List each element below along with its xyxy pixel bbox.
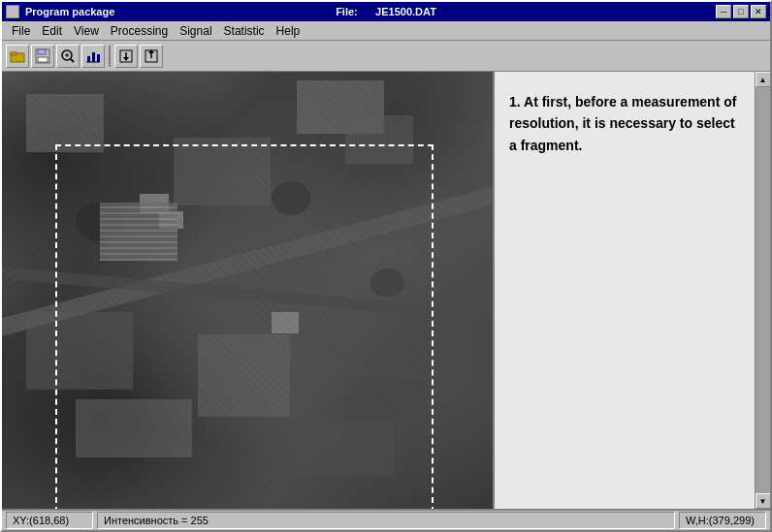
menu-help[interactable]: Help [271,22,306,40]
status-xy: XY:(618,68) [6,512,93,529]
scroll-down-button[interactable]: ▼ [756,493,771,509]
instruction-panel: 1. At first, before a measurement of res… [493,72,755,509]
title-bar-center: File: JE1500.DAT [336,6,436,17]
toolbar [2,41,770,72]
menu-edit[interactable]: Edit [36,22,68,40]
toolbar-import-button[interactable] [114,45,138,68]
title-bar: Program package File: JE1500.DAT ─ □ ✕ [2,2,770,21]
app-icon [6,5,19,18]
title-bar-left: Program package [6,5,114,18]
toolbar-export-button[interactable] [140,45,163,68]
svg-rect-4 [38,57,48,62]
field-patch-1 [26,94,104,152]
title-bar-controls: ─ □ ✕ [716,5,766,18]
scroll-track[interactable] [756,87,770,493]
field-patch-2 [174,138,271,205]
svg-rect-11 [97,54,100,62]
menu-bar: File Edit View Processing Signal Statist… [2,21,770,41]
svg-rect-1 [11,52,16,55]
menu-view[interactable]: View [68,22,105,40]
field-detail-3 [297,422,394,475]
minimize-button[interactable]: ─ [716,5,731,18]
toolbar-open-button[interactable] [6,45,29,68]
app-title: Program package [25,6,114,17]
xy-value: XY:(618,68) [13,515,69,526]
vertical-scrollbar[interactable]: ▲ ▼ [755,72,770,509]
image-panel[interactable] [2,72,493,509]
svg-rect-3 [38,49,46,54]
building-3 [272,312,299,333]
toolbar-chart-button[interactable] [81,45,105,68]
wh-value: W,H:(379,299) [686,515,755,526]
main-content: 1. At first, before a measurement of res… [2,72,770,509]
toolbar-zoom-button[interactable] [56,45,80,68]
intensity-value: Интенсивность = 255 [104,515,209,526]
menu-processing[interactable]: Processing [105,22,174,40]
trees-cluster-3 [370,268,404,297]
field-patch-5 [198,334,290,417]
field-detail-2 [76,399,192,457]
trees-cluster-1 [272,181,310,215]
instruction-text: 1. At first, before a measurement of res… [509,91,740,156]
status-bar: XY:(618,68) Интенсивность = 255 W,H:(379… [2,509,770,530]
close-button[interactable]: ✕ [751,5,766,18]
status-wh: W,H:(379,299) [679,512,766,529]
file-label: File: [336,6,358,17]
town-area [100,203,177,261]
svg-marker-15 [123,57,129,61]
menu-statistic[interactable]: Statistic [218,22,271,40]
toolbar-separator-1 [109,46,111,67]
toolbar-save-button[interactable] [31,45,54,68]
maximize-button[interactable]: □ [733,5,749,18]
field-detail-1 [345,115,413,164]
svg-line-6 [71,59,74,62]
menu-file[interactable]: File [6,22,36,40]
scroll-up-button[interactable]: ▲ [756,72,771,87]
menu-signal[interactable]: Signal [174,22,217,40]
status-intensity: Интенсивность = 255 [97,512,675,529]
svg-rect-9 [87,56,90,62]
svg-rect-10 [92,52,95,62]
file-name: JE1500.DAT [375,6,436,17]
